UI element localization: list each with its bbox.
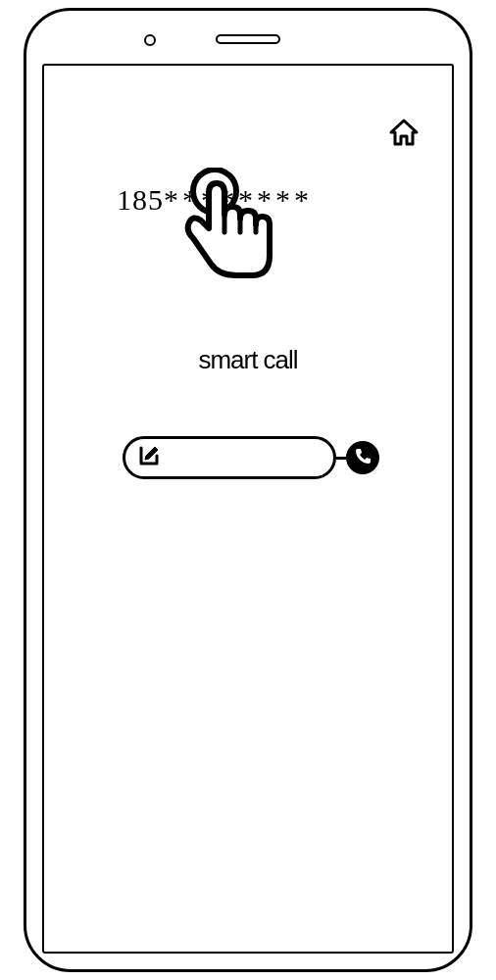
home-icon[interactable] (387, 117, 421, 154)
input-row (123, 436, 379, 479)
phone-icon (353, 446, 372, 469)
number-input[interactable] (123, 436, 336, 479)
edit-icon (137, 444, 161, 471)
front-camera (144, 34, 156, 46)
phone-number-prefix: 185 (117, 183, 164, 216)
connector-line (336, 457, 346, 460)
pointer-hand-icon (179, 168, 287, 309)
app-title: smart call (44, 345, 452, 375)
call-button[interactable] (346, 441, 379, 474)
screen: 185******** smart call (42, 64, 454, 954)
speaker-grille (216, 34, 280, 44)
phone-frame: 185******** smart call (24, 8, 472, 972)
